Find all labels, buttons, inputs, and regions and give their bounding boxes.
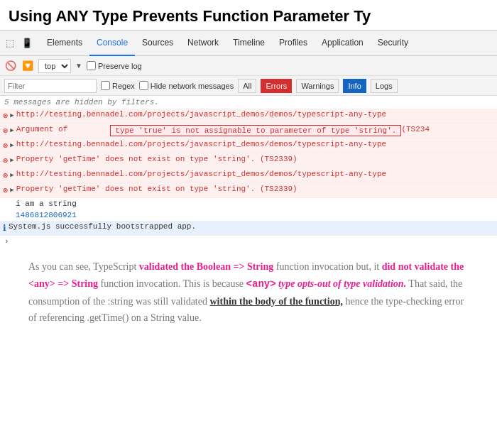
- logs-filter-button[interactable]: Logs: [371, 79, 398, 93]
- info-icon: ℹ: [3, 223, 6, 234]
- tab-sources[interactable]: Sources: [135, 31, 180, 56]
- console-row-suffix: (TS234: [401, 125, 494, 133]
- console-plain-line: i am a string: [0, 198, 497, 209]
- tab-application[interactable]: Application: [315, 31, 371, 56]
- console-row-highlight: ⊗ ▶ Argument of type 'true' is not assig…: [0, 124, 497, 138]
- console-number-line: 1486812806921: [0, 209, 497, 221]
- console-row: ⊗ ▶ http://testing.bennadel.com/projects…: [0, 138, 497, 153]
- tab-profiles[interactable]: Profiles: [272, 31, 315, 56]
- hide-network-label: Hide network messages: [151, 82, 234, 90]
- annotation-section: As you can see, TypeScript validated the…: [0, 247, 497, 338]
- all-filter-button[interactable]: All: [238, 79, 256, 93]
- tab-network[interactable]: Network: [180, 31, 226, 56]
- regex-option[interactable]: Regex: [101, 81, 135, 90]
- console-info-row: ℹ System.js successfully bootstrapped ap…: [0, 221, 497, 236]
- expand-icon[interactable]: ▶: [10, 156, 13, 164]
- error-icon: ⊗: [3, 170, 8, 181]
- console-output: 5 messages are hidden by filters. ⊗ ▶ ht…: [0, 96, 497, 247]
- console-row-text: http://testing.bennadel.com/projects/jav…: [16, 170, 494, 178]
- annotation-code-1: <any>: [246, 278, 276, 290]
- console-row-text: Property 'getTime' does not exist on typ…: [16, 185, 494, 193]
- page-title: Using ANY Type Prevents Function Paramet…: [0, 0, 497, 30]
- console-row: ⊗ ▶ Property 'getTime' does not exist on…: [0, 183, 497, 198]
- error-tooltip: type 'true' is not assignable to paramet…: [110, 125, 401, 136]
- device-icon[interactable]: 📱: [20, 36, 34, 50]
- prompt-arrow-icon: ›: [4, 237, 9, 246]
- devtools-panel: ⬚ 📱 Elements Console Sources Network Tim…: [0, 30, 497, 247]
- annotation-highlight-1: validated the Boolean => String: [139, 261, 273, 272]
- dropdown-arrow: ▼: [75, 62, 82, 70]
- console-row-text: http://testing.bennadel.com/projects/jav…: [16, 110, 494, 119]
- hidden-messages: 5 messages are hidden by filters.: [0, 96, 497, 109]
- expand-icon[interactable]: ▶: [10, 141, 13, 149]
- annotation-bold-1: within the body of the function,: [209, 296, 342, 307]
- console-row: ⊗ ▶ Property 'getTime' does not exist on…: [0, 153, 497, 168]
- console-row-prefix: Argument of: [16, 125, 109, 133]
- error-icon: ⊗: [3, 185, 8, 196]
- tab-icons: ⬚ 📱: [3, 36, 34, 50]
- filter-icon[interactable]: 🔽: [21, 60, 34, 72]
- hide-network-checkbox[interactable]: [139, 81, 148, 90]
- annotation-text-3: function invocation. This is because: [98, 278, 246, 289]
- tab-bar: ⬚ 📱 Elements Console Sources Network Tim…: [0, 31, 497, 56]
- context-select[interactable]: top: [38, 59, 71, 73]
- error-icon: ⊗: [3, 126, 8, 136]
- filter-input[interactable]: [4, 79, 97, 93]
- regex-checkbox[interactable]: [101, 81, 110, 90]
- console-row: ⊗ ▶ http://testing.bennadel.com/projects…: [0, 168, 497, 183]
- console-toolbar: 🚫 🔽 top ▼ Preserve log: [0, 56, 497, 76]
- tab-security[interactable]: Security: [371, 31, 415, 56]
- warnings-filter-button[interactable]: Warnings: [296, 79, 339, 93]
- expand-icon[interactable]: ▶: [10, 186, 13, 194]
- expand-icon[interactable]: ▶: [10, 111, 13, 119]
- console-row-text: Property 'getTime' does not exist on typ…: [16, 155, 494, 163]
- expand-icon[interactable]: ▶: [10, 171, 13, 179]
- preserve-log-text: Preserve log: [98, 62, 142, 70]
- error-icon: ⊗: [3, 141, 8, 151]
- expand-icon[interactable]: ▶: [10, 126, 13, 134]
- clear-console-button[interactable]: 🚫: [4, 60, 17, 72]
- info-filter-button[interactable]: Info: [343, 79, 366, 93]
- annotation-text-1: As you can see, TypeScript: [28, 261, 139, 272]
- console-row: ⊗ ▶ http://testing.bennadel.com/projects…: [0, 109, 497, 124]
- console-info-text: System.js successfully bootstrapped app.: [9, 222, 494, 231]
- inspect-icon[interactable]: ⬚: [3, 36, 17, 50]
- console-row-text: http://testing.bennadel.com/projects/jav…: [16, 140, 494, 148]
- annotation-text-2: function invocation but, it: [273, 261, 381, 272]
- hide-network-option[interactable]: Hide network messages: [139, 81, 234, 90]
- filter-bar: Regex Hide network messages All Errors W…: [0, 76, 497, 96]
- errors-filter-button[interactable]: Errors: [261, 79, 292, 93]
- error-icon: ⊗: [3, 111, 8, 121]
- tab-elements[interactable]: Elements: [40, 31, 89, 56]
- error-icon: ⊗: [3, 155, 8, 166]
- annotation-highlight-3: type opts-out of type validation.: [276, 278, 407, 289]
- tab-console[interactable]: Console: [89, 31, 135, 56]
- preserve-log-checkbox[interactable]: [87, 61, 96, 70]
- console-prompt: ›: [0, 236, 497, 247]
- tab-timeline[interactable]: Timeline: [226, 31, 272, 56]
- regex-label: Regex: [112, 82, 135, 90]
- preserve-log-label[interactable]: Preserve log: [87, 61, 142, 70]
